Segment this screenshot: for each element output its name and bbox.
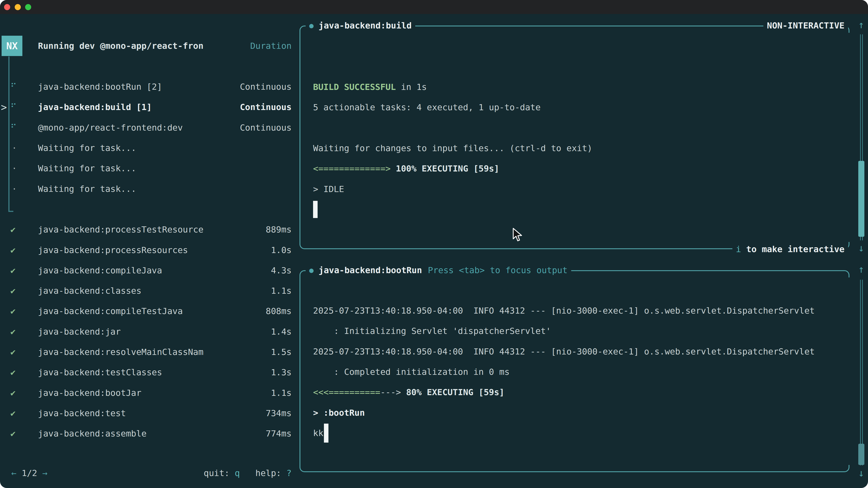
task-duration: 1.1s <box>271 286 291 296</box>
task-duration: 1.1s <box>271 388 291 398</box>
progress-bar: <<<========== <box>313 387 380 397</box>
page-right-arrow[interactable]: → <box>42 468 48 478</box>
task-status: Continuous <box>240 123 291 133</box>
panel-border-mask <box>847 33 850 242</box>
task-status: Continuous <box>240 82 291 92</box>
build-panel-header[interactable]: ● java-backend:build <box>306 19 415 33</box>
scrollbar-thumb[interactable] <box>858 444 864 465</box>
bootrun-progress-line: <<<========== ---> 80% EXECUTING [59s] <box>313 382 815 402</box>
task-row-done[interactable]: ✔ java-backend:test 734ms <box>0 403 301 423</box>
build-cursor-line <box>313 199 592 220</box>
build-result-line: BUILD SUCCESSFUL in 1s <box>313 77 592 97</box>
task-duration: 1.4s <box>271 327 291 337</box>
task-duration: 1.3s <box>271 367 291 377</box>
page-left-arrow[interactable]: ← <box>11 468 17 478</box>
task-row-build-selected[interactable]: > ⠋ java-backend:build [1] Continuous <box>0 97 301 117</box>
log-line: 2025-07-23T13:40:18.950-04:00 INFO 44312… <box>313 300 815 321</box>
check-icon: ✔ <box>10 367 16 377</box>
task-duration: 1.5s <box>271 347 291 357</box>
bootrun-panel-title: java-backend:bootRun <box>318 265 422 275</box>
build-waiting-line: Waiting for changes to input files... (c… <box>313 138 592 158</box>
close-button[interactable] <box>4 4 10 10</box>
build-successful-text: BUILD SUCCESSFUL <box>313 82 396 92</box>
task-row-done[interactable]: ✔ java-backend:processResources 1.0s <box>0 240 301 260</box>
log-line: 2025-07-23T13:40:18.950-04:00 INFO 44312… <box>313 341 815 362</box>
task-list: ⠋ java-backend:bootRun [2] Continuous > … <box>0 76 301 444</box>
check-icon: ✔ <box>10 429 16 438</box>
list-gap <box>0 199 301 219</box>
selection-caret-icon: > <box>1 101 7 113</box>
help-key[interactable]: ? <box>286 468 291 478</box>
bootrun-input-line[interactable]: kk <box>313 423 815 443</box>
waiting-dot-icon: · <box>12 184 17 194</box>
task-row-done[interactable]: ✔ java-backend:compileTestJava 808ms <box>0 301 301 321</box>
hint-key[interactable]: i <box>736 244 741 254</box>
duration-column-header: Duration <box>250 41 291 51</box>
task-name: java-backend:processTestResource <box>38 225 204 234</box>
bootrun-panel-header[interactable]: ● java-backend:bootRun Press <tab> to fo… <box>306 263 571 277</box>
scroll-up-icon[interactable]: ↑ <box>856 19 867 31</box>
log-line: : Completed initialization in 0 ms <box>313 362 815 382</box>
task-name: java-backend:assemble <box>38 429 147 438</box>
scroll-down-icon[interactable]: ↓ <box>856 242 867 254</box>
task-row-waiting: · Waiting for task... <box>0 158 301 178</box>
zoom-button[interactable] <box>25 4 31 10</box>
task-name: @mono-app/react-frontend:dev <box>38 123 183 133</box>
task-row-react-dev[interactable]: ⠋ @mono-app/react-frontend:dev Continuou… <box>0 118 301 138</box>
sidebar-footer: ← 1/2 → quit: q help: ? <box>0 463 301 483</box>
task-row-done[interactable]: ✔ java-backend:classes 1.1s <box>0 281 301 301</box>
task-status: Continuous <box>240 102 291 112</box>
hint-text: to make interactive <box>741 244 844 254</box>
task-name: Waiting for task... <box>38 163 136 173</box>
task-row-done[interactable]: ✔ java-backend:testClasses 1.3s <box>0 362 301 383</box>
sidebar-header: Running dev @mono-app/react-fron Duratio… <box>0 36 301 56</box>
build-idle-line: > IDLE <box>313 179 592 199</box>
task-row-done[interactable]: ✔ java-backend:jar 1.4s <box>0 322 301 342</box>
bootrun-panel-output: 2025-07-23T13:40:18.950-04:00 INFO 44312… <box>313 300 815 443</box>
progress-label: 80% EXECUTING [59s] <box>406 387 504 397</box>
task-duration: 774ms <box>266 429 291 438</box>
waiting-dot-icon: · <box>12 143 17 153</box>
task-duration: 889ms <box>266 225 291 234</box>
task-name: java-backend:jar <box>38 327 121 337</box>
task-name: java-backend:test <box>38 408 126 418</box>
task-row-done[interactable]: ✔ java-backend:compileJava 4.3s <box>0 260 301 281</box>
mouse-cursor <box>512 228 523 244</box>
log-line: : Initializing Servlet 'dispatcherServle… <box>313 321 815 341</box>
task-row-waiting: · Waiting for task... <box>0 138 301 158</box>
check-icon: ✔ <box>10 388 16 398</box>
task-duration: 1.0s <box>271 245 291 255</box>
running-dot-icon: ● <box>309 21 313 30</box>
task-name: java-backend:compileJava <box>38 265 162 275</box>
keybind-hints: quit: q help: ? <box>204 468 291 478</box>
task-duration: 4.3s <box>271 265 291 275</box>
scroll-up-icon[interactable]: ↑ <box>856 263 867 275</box>
task-name: java-backend:classes <box>38 286 142 296</box>
check-icon: ✔ <box>10 225 16 234</box>
task-name: Waiting for task... <box>38 184 136 194</box>
build-panel-output: BUILD SUCCESSFUL in 1s 5 actionable task… <box>313 77 592 220</box>
build-progress-line: <=============> 100% EXECUTING [59s] <box>313 158 592 179</box>
check-icon: ✔ <box>10 265 16 275</box>
running-dot-icon: ● <box>309 266 313 274</box>
task-row-done[interactable]: ✔ java-backend:assemble 774ms <box>0 423 301 444</box>
scrollbar-thumb[interactable] <box>858 161 864 237</box>
quit-key[interactable]: q <box>235 468 240 478</box>
scrollbar-track[interactable] <box>860 280 861 465</box>
spinner-icon: ⠋ <box>10 123 17 133</box>
build-summary-line: 5 actionable tasks: 4 executed, 1 up-to-… <box>313 97 592 118</box>
panel-border-mask <box>847 278 850 465</box>
scrollbar-track[interactable] <box>862 280 863 465</box>
typed-input: kk <box>313 428 323 438</box>
task-row-done[interactable]: ✔ java-backend:resolveMainClassNam 1.5s <box>0 342 301 362</box>
blank-line <box>313 118 592 138</box>
task-row-bootrun[interactable]: ⠋ java-backend:bootRun [2] Continuous <box>0 76 301 97</box>
minimize-button[interactable] <box>15 4 21 10</box>
interactive-hint: i to make interactive <box>733 242 848 256</box>
titlebar[interactable] <box>0 0 868 14</box>
check-icon: ✔ <box>10 327 16 337</box>
scroll-down-icon[interactable]: ↓ <box>856 467 867 479</box>
task-row-done[interactable]: ✔ java-backend:processTestResource 889ms <box>0 219 301 240</box>
task-row-done[interactable]: ✔ java-backend:bootJar 1.1s <box>0 383 301 403</box>
progress-bar: <=============> <box>313 164 391 173</box>
